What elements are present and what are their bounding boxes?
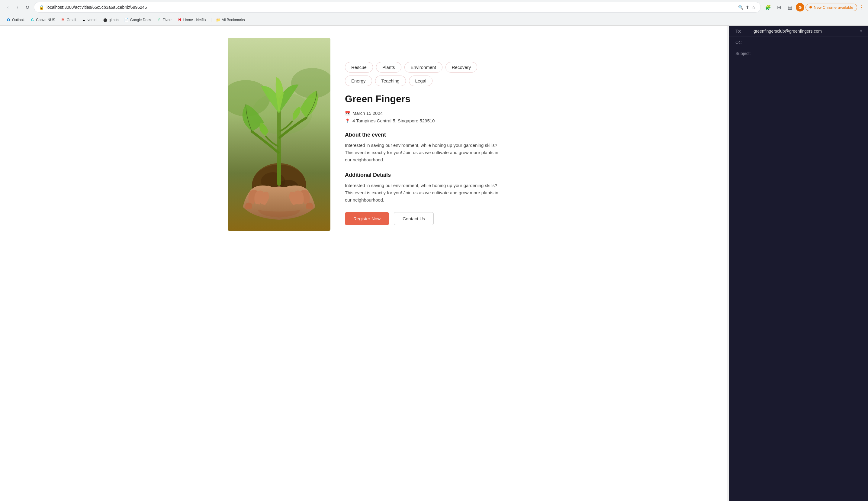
netflix-icon: N (177, 18, 182, 22)
email-body-input[interactable] (735, 64, 862, 496)
email-to-value[interactable]: greenfingersclub@greenfingers.com (753, 29, 860, 33)
bookmark-canva[interactable]: C Canva NUS (28, 16, 57, 23)
upload-icon[interactable]: ⬆ (746, 5, 749, 10)
activity-details: Rescue Plants Environment Recovery Energ… (345, 38, 500, 231)
github-icon: ⬤ (103, 18, 108, 22)
bookmark-gmail-label: Gmail (67, 18, 76, 22)
email-cc-label: Cc: (735, 40, 753, 45)
main-layout: Rescue Plants Environment Recovery Energ… (0, 26, 868, 501)
event-date-text: March 15 2024 (352, 110, 383, 116)
email-sidebar: To: greenfingersclub@greenfingers.com ▾ … (729, 26, 868, 501)
tab-groups-button[interactable]: ⊞ (774, 2, 784, 12)
sidebar-button[interactable]: ▤ (785, 2, 795, 12)
contact-button[interactable]: Contact Us (394, 212, 434, 225)
outlook-icon: O (6, 18, 11, 22)
bookmark-vercel-label: vercel (88, 18, 97, 22)
email-subject-label: Subject: (735, 51, 753, 56)
bookmark-google-docs-label: Google Docs (130, 18, 151, 22)
gmail-icon: M (61, 18, 66, 22)
bookmark-google-docs[interactable]: 📄 Google Docs (122, 16, 153, 23)
google-docs-icon: 📄 (124, 18, 129, 22)
chrome-update-label: New Chrome available (814, 5, 853, 10)
chrome-update-more-button[interactable]: ⋮ (858, 4, 864, 10)
register-button[interactable]: Register Now (345, 212, 389, 225)
extensions-button[interactable]: 🧩 (763, 2, 773, 12)
browser-content: Rescue Plants Environment Recovery Energ… (0, 26, 727, 501)
browser-toolbar: ‹ › ↻ 🔒 🔍 ⬆ ☆ 🧩 ⊞ ▤ G New Chrome availab… (0, 0, 868, 14)
bookmark-github-label: github (109, 18, 119, 22)
toolbar-icons: 🧩 ⊞ ▤ G New Chrome available ⋮ (763, 2, 864, 12)
bookmarks-separator: | (210, 17, 212, 23)
plant-illustration (228, 38, 330, 231)
bookmarks-bar: O Outlook C Canva NUS M Gmail ▲ vercel ⬤… (0, 14, 868, 25)
about-text: Interested in saving our environment, wh… (345, 142, 500, 163)
browser-chrome: ‹ › ↻ 🔒 🔍 ⬆ ☆ 🧩 ⊞ ▤ G New Chrome availab… (0, 0, 868, 26)
lock-icon: 🔒 (39, 5, 44, 10)
activity-image (228, 38, 330, 231)
update-dot (810, 6, 812, 9)
profile-button[interactable]: G (796, 3, 804, 11)
email-body[interactable] (729, 59, 868, 501)
canva-icon: C (30, 18, 35, 22)
bookmark-fiverr[interactable]: f Fiverr (154, 16, 174, 23)
address-bar[interactable]: 🔒 🔍 ⬆ ☆ (34, 2, 761, 13)
tag-teaching[interactable]: Teaching (375, 76, 406, 86)
chrome-update-button[interactable]: New Chrome available (805, 4, 857, 11)
event-title: Green Fingers (345, 93, 500, 105)
bookmark-vercel[interactable]: ▲ vercel (79, 16, 100, 23)
activity-container: Rescue Plants Environment Recovery Energ… (228, 38, 500, 231)
all-bookmarks-label: All Bookmarks (222, 18, 245, 22)
details-text: Interested in saving our environment, wh… (345, 182, 500, 204)
bookmark-netflix-label: Home - Netflix (183, 18, 206, 22)
search-icon: 🔍 (738, 5, 743, 10)
tag-rescue[interactable]: Rescue (345, 62, 373, 73)
svg-rect-10 (277, 110, 281, 186)
bookmark-canva-label: Canva NUS (36, 18, 55, 22)
tag-energy[interactable]: Energy (345, 76, 372, 86)
event-meta: 📅 March 15 2024 📍 4 Tampines Central 5, … (345, 110, 500, 123)
star-icon[interactable]: ☆ (752, 5, 756, 10)
email-dropdown-icon[interactable]: ▾ (860, 29, 862, 33)
event-date: 📅 March 15 2024 (345, 110, 500, 116)
tag-environment[interactable]: Environment (404, 62, 443, 73)
bookmark-fiverr-label: Fiverr (162, 18, 172, 22)
bookmark-netflix[interactable]: N Home - Netflix (175, 16, 209, 23)
email-cc-field: Cc: (729, 37, 868, 48)
email-to-label: To: (735, 29, 753, 33)
tags-container: Rescue Plants Environment Recovery Energ… (345, 62, 500, 86)
action-buttons: Register Now Contact Us (345, 212, 500, 225)
email-to-field: To: greenfingersclub@greenfingers.com ▾ (729, 26, 868, 37)
event-location: 📍 4 Tampines Central 5, Singapore 529510 (345, 118, 500, 123)
url-input[interactable] (46, 5, 736, 10)
about-title: About the event (345, 132, 500, 138)
tag-recovery[interactable]: Recovery (445, 62, 477, 73)
email-cc-input[interactable] (753, 40, 862, 45)
email-subject-input[interactable] (753, 51, 862, 56)
fiverr-icon: f (156, 18, 161, 22)
nav-buttons: ‹ › ↻ (4, 3, 31, 11)
event-location-text: 4 Tampines Central 5, Singapore 529510 (352, 118, 435, 123)
vercel-icon: ▲ (82, 18, 86, 22)
calendar-icon: 📅 (345, 111, 350, 116)
tag-plants[interactable]: Plants (376, 62, 401, 73)
folder-icon: 📁 (216, 18, 220, 22)
refresh-button[interactable]: ↻ (23, 3, 31, 11)
bookmark-outlook[interactable]: O Outlook (4, 16, 27, 23)
bookmark-outlook-label: Outlook (12, 18, 24, 22)
email-subject-field: Subject: (729, 48, 868, 59)
back-button[interactable]: ‹ (4, 3, 12, 11)
bookmark-github[interactable]: ⬤ github (100, 16, 121, 23)
details-title: Additional Details (345, 172, 500, 178)
bookmark-gmail[interactable]: M Gmail (58, 16, 78, 23)
location-icon: 📍 (345, 118, 350, 123)
forward-button[interactable]: › (13, 3, 22, 11)
tag-legal[interactable]: Legal (409, 76, 433, 86)
all-bookmarks-folder[interactable]: 📁 All Bookmarks (214, 17, 247, 23)
